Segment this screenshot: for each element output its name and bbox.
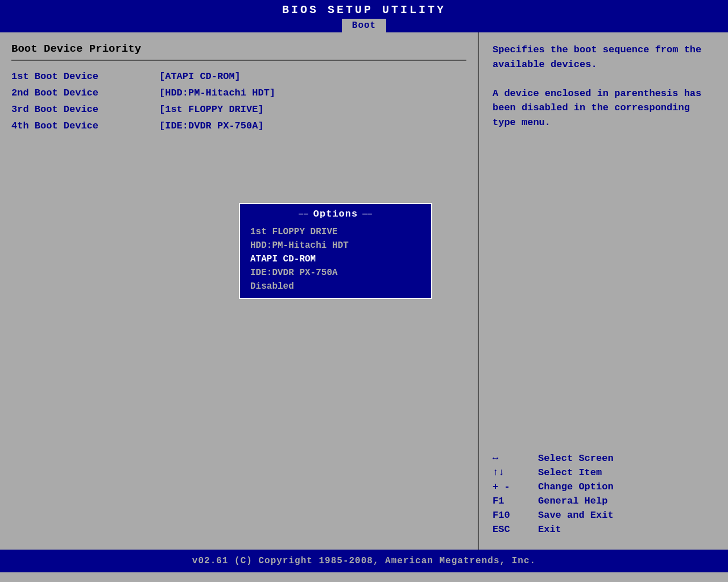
bios-title: BIOS SETUP UTILITY — [0, 3, 728, 19]
shortcut-row: + - Change Option — [493, 481, 717, 492]
boot-device-value: [HDD:PM-Hitachi HDT] — [159, 88, 275, 98]
main-content: Boot Device Priority 1st Boot Device [AT… — [0, 32, 728, 550]
footer-text: v02.61 (C) Copyright 1985-2008, American… — [192, 556, 536, 566]
shortcut-desc: Save and Exit — [538, 510, 614, 521]
boot-device-value: [1st FLOPPY DRIVE] — [159, 104, 264, 115]
shortcut-desc: Exit — [538, 524, 561, 535]
shortcut-row: ↔ Select Screen — [493, 453, 717, 464]
bios-header: BIOS SETUP UTILITY Boot — [0, 0, 728, 32]
boot-device-row[interactable]: 2nd Boot Device [HDD:PM-Hitachi HDT] — [11, 88, 466, 98]
options-popup[interactable]: Options 1st FLOPPY DRIVEHDD:PM-Hitachi H… — [239, 203, 432, 299]
shortcut-desc: Select Screen — [538, 453, 614, 464]
shortcut-key: ↑↓ — [493, 467, 538, 478]
shortcut-row: F1 General Help — [493, 496, 717, 506]
shortcut-desc: Change Option — [538, 481, 614, 492]
boot-device-value: [IDE:DVDR PX-750A] — [159, 120, 264, 131]
shortcut-row: F10 Save and Exit — [493, 510, 717, 521]
options-item-list[interactable]: 1st FLOPPY DRIVEHDD:PM-Hitachi HDTATAPI … — [240, 225, 431, 293]
boot-device-list: 1st Boot Device [ATAPI CD-ROM] 2nd Boot … — [11, 71, 466, 131]
footer: v02.61 (C) Copyright 1985-2008, American… — [0, 550, 728, 572]
help-text: Specifies the boot sequence from the ava… — [493, 43, 717, 130]
shortcut-key: F1 — [493, 496, 538, 506]
option-item[interactable]: HDD:PM-Hitachi HDT — [240, 239, 431, 252]
boot-device-value: [ATAPI CD-ROM] — [159, 71, 241, 82]
boot-device-label: 2nd Boot Device — [11, 88, 159, 98]
right-panel: Specifies the boot sequence from the ava… — [478, 32, 728, 550]
boot-device-row[interactable]: 3rd Boot Device [1st FLOPPY DRIVE] — [11, 104, 466, 115]
active-tab[interactable]: Boot — [342, 19, 386, 32]
shortcut-row: ↑↓ Select Item — [493, 467, 717, 478]
boot-device-label: 1st Boot Device — [11, 71, 159, 82]
section-title: Boot Device Priority — [11, 43, 466, 55]
option-item[interactable]: 1st FLOPPY DRIVE — [240, 225, 431, 239]
left-panel: Boot Device Priority 1st Boot Device [AT… — [0, 32, 478, 550]
option-item[interactable]: IDE:DVDR PX-750A — [240, 266, 431, 280]
shortcut-desc: General Help — [538, 496, 607, 506]
options-popup-title: Options — [240, 209, 431, 219]
boot-device-row[interactable]: 4th Boot Device [IDE:DVDR PX-750A] — [11, 120, 466, 131]
shortcut-key: F10 — [493, 510, 538, 521]
shortcut-key: ↔ — [493, 453, 538, 464]
boot-device-row[interactable]: 1st Boot Device [ATAPI CD-ROM] — [11, 71, 466, 82]
shortcuts-list: ↔ Select Screen ↑↓ Select Item + - Chang… — [493, 453, 717, 538]
shortcut-row: ESC Exit — [493, 524, 717, 535]
shortcut-desc: Select Item — [538, 467, 602, 478]
section-divider — [11, 60, 466, 61]
shortcut-key: + - — [493, 481, 538, 492]
boot-device-label: 4th Boot Device — [11, 120, 159, 131]
option-item[interactable]: Disabled — [240, 280, 431, 293]
shortcut-key: ESC — [493, 524, 538, 535]
option-item[interactable]: ATAPI CD-ROM — [240, 252, 431, 266]
boot-device-label: 3rd Boot Device — [11, 104, 159, 115]
